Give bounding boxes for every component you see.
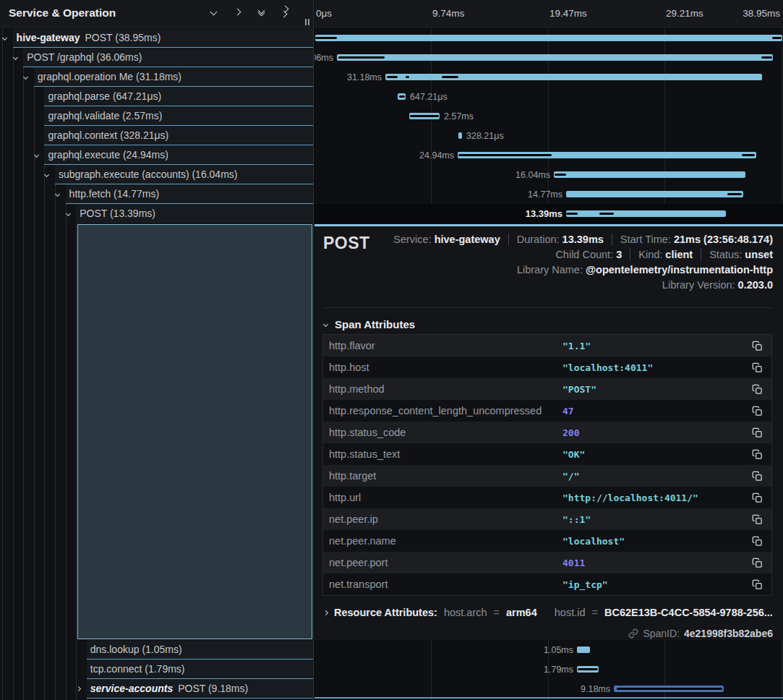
attribute-key: http.response_content_length_uncompresse… <box>323 405 562 417</box>
span-bar[interactable] <box>315 35 782 41</box>
copy-value-button[interactable] <box>752 362 764 374</box>
span-tree-row[interactable]: graphql.context (328.21μs) <box>0 126 314 145</box>
attribute-value: "localhost:4011" <box>562 362 752 373</box>
service-operation-title: Service & Operation <box>9 7 116 20</box>
copy-value-button[interactable] <box>752 470 764 482</box>
expander-chevron-right-icon[interactable] <box>77 687 80 691</box>
critical-path-segment <box>410 115 439 117</box>
copy-value-button[interactable] <box>752 557 764 569</box>
chevron-right-icon <box>234 8 241 15</box>
span-timeline-row[interactable]: 16.04ms <box>315 165 783 184</box>
row-divider <box>315 697 783 699</box>
expander-chevron-down-icon[interactable] <box>56 192 59 196</box>
span-tree-row[interactable]: service-accountsPOST (9.18ms) <box>0 679 314 699</box>
attribute-key: net.peer.name <box>323 535 562 547</box>
collapse-all-button[interactable] <box>254 5 268 18</box>
resource-attributes-row[interactable]: Resource Attributes:host.arch=arm64host.… <box>324 607 772 618</box>
copy-value-button[interactable] <box>752 448 764 461</box>
span-bar[interactable] <box>566 210 726 217</box>
meta-separator <box>612 234 612 245</box>
span-timeline-row[interactable]: 2.57ms <box>315 106 783 126</box>
equals-sign: = <box>494 607 500 618</box>
span-id-value: 4e21998f3b82abe6 <box>684 628 773 639</box>
copy-value-button[interactable] <box>752 383 764 396</box>
span-timeline-row[interactable]: 14.77ms <box>315 184 783 204</box>
critical-path-segment <box>458 154 552 156</box>
span-bar[interactable] <box>458 132 462 139</box>
expand-all-button[interactable] <box>278 5 291 18</box>
timeline-tick-label: 29.21ms <box>666 8 703 19</box>
column-resizer-grip[interactable] <box>305 19 309 25</box>
span-meta-row: Child Count:3Kind:clientStatus:unset <box>555 249 773 260</box>
copy-value-button[interactable] <box>752 579 764 591</box>
span-timeline-row[interactable]: 328.21μs <box>315 126 783 145</box>
span-timeline-row[interactable]: 1.05ms <box>315 640 783 660</box>
expand-one-level-button[interactable] <box>231 5 244 18</box>
expander-chevron-down-icon[interactable] <box>24 75 27 79</box>
copy-icon <box>752 449 763 460</box>
span-duration-label: 31.18ms <box>347 72 382 82</box>
attribute-row: http.flavor"1.1" <box>323 335 771 357</box>
copy-value-button[interactable] <box>752 492 764 504</box>
copy-value-button[interactable] <box>752 535 764 547</box>
expander-chevron-down-icon[interactable] <box>14 56 17 59</box>
span-attributes-table: http.flavor"1.1"http.host"localhost:4011… <box>322 334 772 596</box>
span-timeline-row[interactable]: 1.79ms <box>315 660 783 679</box>
span-tree-row[interactable]: POST /graphql (36.06ms) <box>0 48 314 67</box>
span-duration-label: 647.21μs <box>410 92 448 102</box>
span-tree-row[interactable]: subgraph.execute (accounts) (16.04ms) <box>0 165 314 184</box>
span-bar[interactable] <box>337 54 773 61</box>
timeline-tick-label: 19.47ms <box>549 8 587 19</box>
span-duration-label: 1.79ms <box>544 665 573 675</box>
timeline-tick-label: 38.95ms <box>743 8 780 19</box>
span-tree-row[interactable]: tcp.connect (1.79ms) <box>0 660 314 679</box>
span-bar[interactable] <box>566 191 743 197</box>
link-icon[interactable] <box>628 628 638 639</box>
expander-chevron-down-icon[interactable] <box>67 212 70 215</box>
span-timeline-row[interactable] <box>315 28 783 48</box>
span-timeline-row[interactable]: 31.18ms <box>315 67 783 87</box>
span-timeline-row[interactable]: 36.06ms <box>315 48 783 67</box>
span-attributes-section-toggle[interactable]: Span Attributes <box>324 318 415 330</box>
span-tree-row[interactable]: graphql.parse (647.21μs) <box>0 87 314 106</box>
resource-key: host.id <box>555 607 586 618</box>
timeline-ruler: 0μs9.74ms19.47ms29.21ms38.95ms <box>315 0 783 27</box>
span-bar[interactable] <box>577 646 590 653</box>
attribute-value: 4011 <box>562 558 752 568</box>
copy-value-button[interactable] <box>752 340 764 352</box>
attribute-value: "localhost" <box>562 536 752 547</box>
copy-icon <box>752 384 763 395</box>
expander-chevron-down-icon[interactable] <box>3 36 7 40</box>
span-tree-row[interactable]: hive-gatewayPOST (38.95ms) <box>0 28 314 48</box>
span-timeline-row[interactable]: 9.18ms <box>315 679 783 699</box>
span-tree-row[interactable]: POST (13.39ms) <box>0 204 314 223</box>
critical-path-segment <box>599 213 614 215</box>
span-tree-row[interactable]: http.fetch (14.77ms) <box>0 184 314 204</box>
span-timeline-row[interactable]: 647.21μs <box>315 87 783 106</box>
timeline-tick-label: 9.74ms <box>432 8 464 19</box>
copy-value-button[interactable] <box>752 427 764 439</box>
attribute-value: "http://localhost:4011/" <box>562 492 752 503</box>
span-duration-label: 2.57ms <box>444 111 474 121</box>
attribute-key: http.method <box>323 383 562 395</box>
collapse-one-level-button[interactable] <box>207 5 220 18</box>
copy-value-button[interactable] <box>752 405 764 417</box>
span-bar[interactable] <box>554 171 745 178</box>
attribute-value: "POST" <box>562 384 752 395</box>
copy-value-button[interactable] <box>752 513 764 526</box>
span-name: tcp.connect (1.79ms) <box>90 663 185 675</box>
timeline-tick-label: 0μs <box>316 8 332 19</box>
critical-path-segment <box>442 76 458 78</box>
trace-viewer: Service & Operation hive-gatewayPOST (38… <box>0 0 783 700</box>
span-tree-row[interactable]: graphql.validate (2.57ms) <box>0 106 314 126</box>
critical-path-segment <box>387 76 398 78</box>
span-tree-row[interactable]: graphql.execute (24.94ms) <box>0 145 314 165</box>
attribute-row: http.url"http://localhost:4011/" <box>323 487 771 508</box>
span-tree-row[interactable]: graphql.operation Me (31.18ms) <box>0 67 314 87</box>
span-timeline-row[interactable]: 24.94ms <box>315 145 783 165</box>
span-tree-row[interactable]: dns.lookup (1.05ms) <box>0 640 314 660</box>
attribute-row: net.peer.ip"::1" <box>323 508 771 530</box>
span-timeline-row[interactable]: 13.39ms <box>315 204 783 223</box>
expander-chevron-down-icon[interactable] <box>45 173 48 176</box>
expander-chevron-down-icon[interactable] <box>35 153 38 157</box>
